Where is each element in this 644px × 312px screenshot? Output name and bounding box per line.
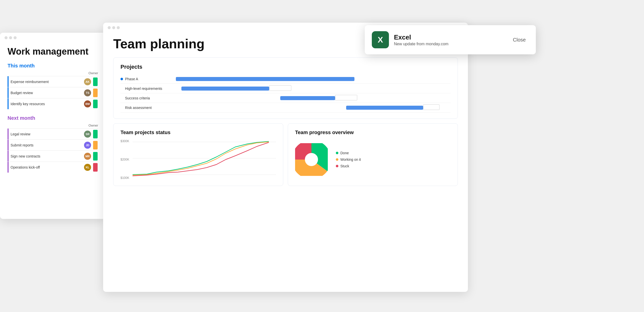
- line-chart: $300K $200K $100K: [120, 139, 276, 180]
- main-window-dot-2: [112, 26, 115, 29]
- task-bar: [8, 129, 9, 139]
- gantt-task-label: Risk assessment: [120, 106, 176, 110]
- gantt-task-label: High-level requirements: [120, 87, 176, 91]
- notification-popup: X Excel New update from monday.com Close: [365, 25, 536, 54]
- gantt-chart-area: [176, 84, 451, 93]
- team-progress-heading: Team progress overview: [295, 130, 451, 135]
- avatar: SR: [84, 131, 91, 138]
- this-month-heading: This month: [8, 63, 98, 69]
- legend-dot-done: [336, 152, 338, 154]
- gantt-chart-area: [176, 74, 451, 84]
- status-badge: [93, 141, 98, 149]
- status-badge: [93, 89, 98, 97]
- task-name: Budget review: [8, 91, 84, 95]
- task-name: Operations kick-off: [8, 165, 84, 169]
- gantt-row-requirements: High-level requirements: [120, 84, 451, 93]
- status-badge: [93, 77, 98, 86]
- notification-close-button[interactable]: Close: [510, 35, 529, 45]
- next-month-heading: Next month: [8, 115, 98, 121]
- bottom-row: Team projects status $300K $200K $100K: [113, 123, 458, 186]
- this-month-owner-header: Owner: [8, 71, 98, 75]
- avatar: BM: [84, 100, 91, 107]
- gantt-row-phase: Phase A: [120, 74, 451, 84]
- this-month-tasks: Expense reimbursement AK Budget review T…: [8, 76, 98, 109]
- team-progress-card: Team progress overview Don: [288, 123, 458, 186]
- task-name: Identify key resources: [8, 102, 84, 106]
- legend-dot-working: [336, 158, 338, 161]
- gantt-bar: [346, 106, 423, 110]
- notification-title: Excel: [394, 33, 505, 41]
- legend-item-done: Done: [336, 151, 361, 155]
- notification-message: New update from monday.com: [394, 42, 505, 46]
- pie-chart-area: Done Working on it Stuck: [295, 139, 451, 180]
- avatar: MR: [84, 153, 91, 160]
- team-status-card: Team projects status $300K $200K $100K: [113, 123, 283, 186]
- task-row: Budget review TS: [8, 87, 98, 98]
- legend-label-working: Working on it: [340, 158, 361, 162]
- status-badge: [93, 163, 98, 172]
- legend-label-stuck: Stuck: [340, 164, 349, 168]
- task-bar: [8, 140, 9, 150]
- task-row: Legal review SR: [8, 128, 98, 139]
- gantt-phase-label: Phase A: [120, 77, 176, 81]
- next-month-owner-header: Owner: [8, 124, 98, 127]
- task-row: Expense reimbursement AK: [8, 76, 98, 87]
- left-window-title: Work management: [8, 46, 98, 57]
- line-chart-svg: [133, 139, 276, 180]
- window-dot-2: [9, 36, 12, 39]
- legend-item-stuck: Stuck: [336, 164, 361, 168]
- gantt-chart-area: [176, 103, 451, 112]
- gantt-chart-area: [176, 93, 451, 103]
- avatar: AK: [84, 78, 91, 85]
- status-badge: [93, 130, 98, 138]
- avatar: TS: [84, 89, 91, 96]
- status-badge: [93, 100, 98, 108]
- gantt-row-success: Success criteria: [120, 93, 451, 103]
- window-dot-1: [5, 36, 8, 39]
- task-bar: [8, 87, 9, 98]
- gantt-row-risk: Risk assessment: [120, 103, 451, 112]
- projects-card: Projects Phase A High-level requirem: [113, 57, 458, 119]
- task-row: Operations kick-off KL: [8, 162, 98, 173]
- task-row: Identify key resources BM: [8, 98, 98, 109]
- task-bar: [8, 76, 9, 87]
- task-row: Submit reports JD: [8, 139, 98, 150]
- projects-heading: Projects: [120, 64, 451, 70]
- window-dot-3: [14, 36, 17, 39]
- gantt-bar-phase: [176, 77, 354, 81]
- gantt-connector: [269, 85, 291, 91]
- task-row: Sign new contracts MR: [8, 150, 98, 162]
- gantt-bar: [280, 96, 335, 100]
- status-badge: [93, 152, 98, 161]
- pie-legend: Done Working on it Stuck: [336, 151, 361, 168]
- excel-icon-letter: X: [378, 35, 383, 45]
- excel-icon: X: [372, 31, 389, 48]
- task-bar: [8, 98, 9, 109]
- left-window: Work management This month Owner Expense…: [0, 33, 106, 219]
- legend-dot-stuck: [336, 165, 338, 167]
- task-name: Legal review: [8, 132, 84, 136]
- legend-label-done: Done: [340, 151, 349, 155]
- task-bar: [8, 151, 9, 162]
- gantt-connector: [335, 95, 357, 100]
- gantt-connector: [423, 104, 440, 110]
- pie-chart-svg: [295, 143, 328, 176]
- gantt-task-label: Success criteria: [120, 96, 176, 100]
- legend-item-working: Working on it: [336, 158, 361, 162]
- next-month-tasks: Legal review SR Submit reports JD Sign n…: [8, 128, 98, 173]
- avatar: JD: [84, 142, 91, 149]
- task-name: Sign new contracts: [8, 154, 84, 158]
- y-axis-labels: $300K $200K $100K: [120, 139, 129, 180]
- team-status-heading: Team projects status: [120, 130, 276, 135]
- task-name: Expense reimbursement: [8, 80, 84, 84]
- main-window: Team planning Projects Phase A: [103, 23, 468, 292]
- notification-text: Excel New update from monday.com: [394, 33, 505, 46]
- avatar: KL: [84, 164, 91, 171]
- svg-point-5: [298, 146, 325, 173]
- task-name: Submit reports: [8, 143, 84, 147]
- main-window-dot-1: [108, 26, 111, 29]
- gantt-bar: [181, 87, 269, 91]
- task-bar: [8, 162, 9, 173]
- main-window-dot-3: [117, 26, 120, 29]
- gantt-chart: Phase A High-level requirements: [120, 74, 451, 112]
